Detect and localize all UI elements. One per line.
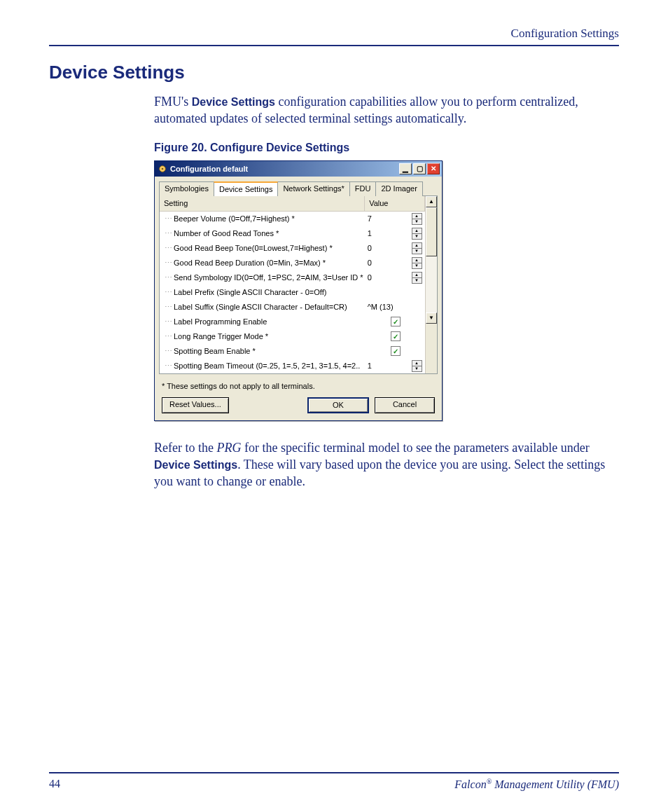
setting-name: ⋯Label Suffix (Single ASCII Character - … [160,300,365,315]
tab-panel: Setting Value ⋯Beeper Volume (0=Off,7=Hi… [159,195,438,374]
table-row[interactable]: ⋯Good Read Beep Duration (0=Min, 3=Max) … [160,256,425,270]
config-dialog: Configuration default ▁ ▢ ✕ Symbologies … [154,160,443,420]
spinner[interactable]: ▲▼ [412,228,422,240]
spinner[interactable]: ▲▼ [412,242,422,254]
spin-down-icon[interactable]: ▼ [412,278,422,283]
checkbox[interactable]: ✓ [391,346,401,356]
table-row[interactable]: ⋯Label Programming Enable✓ [160,315,425,329]
figure-caption: Figure 20. Configure Device Settings [154,140,619,156]
spin-up-icon[interactable]: ▲ [412,228,422,234]
settings-table: Setting Value ⋯Beeper Volume (0=Off,7=Hi… [160,196,425,373]
setting-value[interactable]: ✓ [365,329,425,344]
page-title: Device Settings [49,62,619,83]
settings-note: * These settings do not apply to all ter… [155,378,442,393]
dialog-titlebar[interactable]: Configuration default ▁ ▢ ✕ [155,161,442,177]
spinner[interactable]: ▲▼ [412,213,422,225]
tab-symbologies[interactable]: Symbologies [159,181,214,196]
setting-value[interactable]: 0▲▼ [365,270,425,285]
setting-name: ⋯Good Read Beep Tone(0=Lowest,7=Highest)… [160,241,365,256]
setting-name: ⋯Good Read Beep Duration (0=Min, 3=Max) … [160,256,365,270]
dialog-title: Configuration default [170,164,248,174]
setting-value[interactable]: 0▲▼ [365,256,425,270]
scroll-thumb[interactable] [426,207,437,256]
spin-down-icon[interactable]: ▼ [412,234,422,239]
setting-value[interactable]: 0▲▼ [365,241,425,256]
setting-name: ⋯Number of Good Read Tones * [160,226,365,241]
table-row[interactable]: ⋯Beeper Volume (0=Off,7=Highest) *7▲▼ [160,211,425,226]
tab-fdu[interactable]: FDU [349,181,377,196]
checkbox[interactable]: ✓ [391,331,401,341]
setting-value[interactable]: 1▲▼ [365,226,425,241]
svg-point-1 [162,168,164,170]
minimize-button[interactable]: ▁ [399,163,412,174]
page-number: 44 [49,778,60,791]
p2-t2: for the specific terminal model to see t… [241,441,589,455]
spin-up-icon[interactable]: ▲ [412,258,422,263]
product-name: Falcon® Management Utility (FMU) [454,778,619,791]
setting-value[interactable]: ✓ [365,344,425,359]
spin-down-icon[interactable]: ▼ [412,263,422,268]
product-pre: Falcon [454,778,486,790]
setting-value[interactable]: ^M (13) [365,300,425,315]
table-row[interactable]: ⋯Good Read Beep Tone(0=Lowest,7=Highest)… [160,241,425,256]
tab-device-settings[interactable]: Device Settings [214,181,278,196]
setting-name: ⋯Label Prefix (Single ASCII Character - … [160,285,365,300]
p2-t1: Refer to the [154,441,216,455]
setting-name: ⋯Long Range Trigger Mode * [160,329,365,344]
scroll-down-icon[interactable]: ▼ [426,312,437,324]
close-button[interactable]: ✕ [427,163,440,174]
setting-value[interactable]: 7▲▼ [365,211,425,226]
table-row[interactable]: ⋯Send Symbology ID(0=Off, 1=PSC, 2=AIM, … [160,270,425,285]
maximize-button[interactable]: ▢ [413,163,426,174]
spin-down-icon[interactable]: ▼ [412,219,422,224]
scroll-up-icon[interactable]: ▲ [426,196,437,207]
reset-values-button[interactable]: Reset Values... [162,397,229,413]
spinner[interactable]: ▲▼ [412,257,422,269]
table-row[interactable]: ⋯Label Prefix (Single ASCII Character - … [160,285,425,300]
table-row[interactable]: ⋯Number of Good Read Tones *1▲▼ [160,226,425,241]
setting-value[interactable]: ✓ [365,315,425,329]
spin-up-icon[interactable]: ▲ [412,273,422,278]
cancel-button[interactable]: Cancel [375,397,435,413]
product-post: Management Utility (FMU) [492,778,619,790]
vertical-scrollbar[interactable]: ▲ ▼ [425,196,437,373]
paragraph-2: Refer to the PRG for the specific termin… [154,439,619,490]
col-value[interactable]: Value [365,196,425,211]
intro-bold: Device Settings [192,96,275,108]
setting-name: ⋯Send Symbology ID(0=Off, 1=PSC, 2=AIM, … [160,270,365,285]
setting-name: ⋯Label Programming Enable [160,315,365,329]
setting-name: ⋯Beeper Volume (0=Off,7=Highest) * [160,211,365,226]
setting-name: ⋯Spotting Beam Timeout (0=.25, 1=.5, 2=1… [160,359,365,373]
spinner[interactable]: ▲▼ [412,360,422,372]
spin-up-icon[interactable]: ▲ [412,214,422,219]
spin-down-icon[interactable]: ▼ [412,366,422,371]
table-row[interactable]: ⋯Spotting Beam Timeout (0=.25, 1=.5, 2=1… [160,359,425,373]
page-footer: 44 Falcon® Management Utility (FMU) [49,772,619,791]
tab-2d-imager[interactable]: 2D Imager [375,181,422,196]
table-row[interactable]: ⋯Spotting Beam Enable *✓ [160,344,425,359]
gear-icon [158,164,167,174]
tab-strip: Symbologies Device Settings Network Sett… [155,177,442,195]
intro-pre: FMU's [154,95,192,109]
setting-value[interactable]: 1▲▼ [365,359,425,373]
spinner[interactable]: ▲▼ [412,272,422,284]
spin-down-icon[interactable]: ▼ [412,249,422,254]
table-row[interactable]: ⋯Label Suffix (Single ASCII Character - … [160,300,425,315]
checkbox[interactable]: ✓ [391,317,401,326]
setting-value[interactable] [365,285,425,300]
table-row[interactable]: ⋯Long Range Trigger Mode *✓ [160,329,425,344]
p2-bold: Device Settings [154,459,237,471]
tab-network-settings[interactable]: Network Settings* [277,181,349,196]
spin-up-icon[interactable]: ▲ [412,243,422,249]
intro-paragraph: FMU's Device Settings configuration capa… [154,93,619,128]
p2-italic: PRG [216,441,241,455]
setting-name: ⋯Spotting Beam Enable * [160,344,365,359]
header-section: Configuration Settings [49,27,619,46]
ok-button[interactable]: OK [307,397,369,413]
spin-up-icon[interactable]: ▲ [412,361,422,366]
col-setting[interactable]: Setting [160,196,365,211]
